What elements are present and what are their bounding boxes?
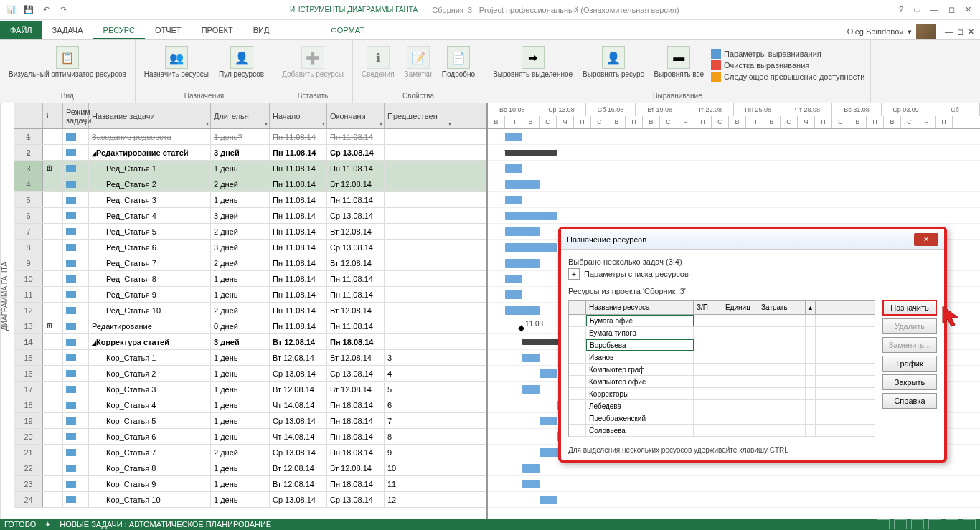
ribbon-tabs: ФАЙЛ ЗАДАЧА РЕСУРС ОТЧЕТ ПРОЕКТ ВИД ФОРМ… xyxy=(0,20,980,40)
table-row[interactable]: 18Кор_Статья 41 деньЧт 14.08.14Пн 18.08.… xyxy=(14,397,486,413)
ribbon-collapse-icon[interactable]: ▭ xyxy=(913,5,920,14)
resource-row[interactable]: Корректоры xyxy=(569,388,875,400)
restore-doc-icon[interactable]: ◻ xyxy=(957,27,963,37)
col-resource-name[interactable]: Название ресурса xyxy=(586,301,694,314)
col-mode[interactable]: Режим задачи▾ xyxy=(63,103,89,128)
table-row[interactable]: 24Кор_Статья 101 деньСр 13.08.14Ср 13.08… xyxy=(14,492,486,508)
table-row[interactable]: 5Ред_Статья 31 деньПн 11.08.14Пн 11.08.1… xyxy=(14,192,486,208)
user-account[interactable]: Oleg Spiridonov ▾ — ◻ ✕ xyxy=(842,24,980,39)
table-row[interactable]: 8Ред_Статья 63 днейПн 11.08.14Ср 13.08.1… xyxy=(14,240,486,255)
visual-optimizer-button[interactable]: 📋Визуальный оптимизатор ресурсов xyxy=(6,44,129,80)
table-row[interactable]: 12Ред_Статья 102 днейПн 11.08.14Вт 12.08… xyxy=(14,303,486,318)
col-predecessors[interactable]: Предшествен▾ xyxy=(385,103,453,128)
tab-view[interactable]: ВИД xyxy=(243,21,280,39)
resource-row[interactable]: Бумага типогр xyxy=(569,327,875,339)
status-ready: ГОТОВО xyxy=(4,520,36,529)
table-row[interactable]: 23Кор_Статья 91 деньВт 12.08.14Пн 18.08.… xyxy=(14,476,486,492)
tab-resource[interactable]: РЕСУРС xyxy=(93,21,145,39)
col-units[interactable]: Единиц xyxy=(722,301,758,314)
table-row[interactable]: 16Кор_Статья 21 деньСр 13.08.14Ср 13.08.… xyxy=(14,366,486,382)
resource-row[interactable]: Компьютер граф xyxy=(569,364,875,376)
table-row[interactable]: 20Кор_Статья 61 деньЧт 14.08.14Пн 18.08.… xyxy=(14,429,486,445)
col-duration[interactable]: Длительн▾ xyxy=(211,103,270,128)
chevron-down-icon: ▾ xyxy=(908,27,912,37)
table-row[interactable]: 9Ред_Статья 72 днейПн 11.08.14Вт 12.08.1… xyxy=(14,255,486,271)
table-row[interactable]: 19Кор_Статья 51 деньСр 13.08.14Пн 18.08.… xyxy=(14,413,486,429)
table-row[interactable]: 1Заседание редсовета1 день?Пн 11.08.14Пн… xyxy=(14,129,486,145)
table-row[interactable]: 10Ред_Статья 81 деньПн 11.08.14Пн 11.08.… xyxy=(14,271,486,287)
view-mode-1-icon[interactable] xyxy=(877,519,890,529)
zoom-in-icon[interactable] xyxy=(963,519,976,529)
table-row[interactable]: 22Кор_Статья 81 деньВт 12.08.14Вт 12.08.… xyxy=(14,460,486,476)
table-row[interactable]: 21Кор_Статья 72 днейСр 13.08.14Пн 18.08.… xyxy=(14,445,486,460)
view-mode-3-icon[interactable] xyxy=(911,519,924,529)
leveling-options-button[interactable]: Параметры выравнивания xyxy=(711,49,864,59)
table-row[interactable]: 3🗓Ред_Статья 11 деньПн 11.08.14Пн 11.08.… xyxy=(14,161,486,176)
col-start[interactable]: Начало▾ xyxy=(270,103,327,128)
next-overallocation-button[interactable]: Следующее превышение доступности xyxy=(711,72,864,82)
maximize-icon[interactable]: ◻ xyxy=(948,5,955,14)
tab-format[interactable]: ФОРМАТ xyxy=(321,21,374,39)
info-button[interactable]: ℹСведения xyxy=(359,44,397,80)
expand-params-button[interactable]: + xyxy=(568,268,580,280)
tab-task[interactable]: ЗАДАЧА xyxy=(42,21,93,39)
notes-button[interactable]: 📝Заметки xyxy=(402,44,435,80)
resource-grid[interactable]: Название ресурса З/П Единиц Затраты ▴ Бу… xyxy=(568,300,875,437)
redo-icon[interactable]: ↷ xyxy=(56,3,70,17)
close-button[interactable]: Закрыть xyxy=(882,374,937,390)
col-name[interactable]: Название задачи▾ xyxy=(89,103,211,128)
table-row[interactable]: 6Ред_Статья 43 днейПн 11.08.14Ср 13.08.1… xyxy=(14,208,486,224)
assign-resources-button[interactable]: 👥Назначить ресурсы xyxy=(141,44,212,80)
save-icon[interactable]: 💾 xyxy=(22,3,36,17)
scroll-up-icon[interactable]: ▴ xyxy=(806,301,816,314)
tab-file[interactable]: ФАЙЛ xyxy=(0,21,42,39)
minimize-icon[interactable]: — xyxy=(930,5,938,14)
view-mode-4-icon[interactable] xyxy=(928,519,941,529)
view-mode-2-icon[interactable] xyxy=(894,519,907,529)
clear-leveling-button[interactable]: Очистка выравнивания xyxy=(711,60,864,70)
col-finish[interactable]: Окончани▾ xyxy=(327,103,385,128)
resource-row[interactable]: Преображенский xyxy=(569,412,875,425)
resource-row[interactable]: Лебедева xyxy=(569,400,875,412)
col-rownum[interactable] xyxy=(14,103,43,128)
delete-button[interactable]: Удалить xyxy=(882,318,937,334)
table-row[interactable]: 4Ред_Статья 22 днейПн 11.08.14Вт 12.08.1… xyxy=(14,176,486,192)
status-bar: ГОТОВО ✦ НОВЫЕ ЗАДАЧИ : АВТОМАТИЧЕСКОЕ П… xyxy=(0,519,980,530)
resource-row[interactable]: Компьютер офис xyxy=(569,376,875,388)
zoom-out-icon[interactable] xyxy=(946,519,958,529)
resource-row[interactable]: Соловьева xyxy=(569,425,875,437)
resource-row[interactable]: Бумага офис xyxy=(569,315,875,327)
assign-resources-dialog: Назначение ресурсов ✕ Выбрано несколько … xyxy=(558,227,947,463)
help-button[interactable]: Справка xyxy=(882,393,937,409)
col-cost[interactable]: Затраты xyxy=(758,301,806,314)
resource-row[interactable]: Воробьева xyxy=(569,339,875,351)
table-row[interactable]: 17Кор_Статья 31 деньВт 12.08.14Вт 12.08.… xyxy=(14,382,486,397)
tab-report[interactable]: ОТЧЕТ xyxy=(145,21,192,39)
resource-pool-button[interactable]: 👤Пул ресурсов xyxy=(216,44,267,80)
minimize-doc-icon[interactable]: — xyxy=(945,27,953,36)
table-row[interactable]: 2Редактирование статей3 днейПн 11.08.14С… xyxy=(14,145,486,161)
table-row[interactable]: 15Кор_Статья 11 деньВт 12.08.14Вт 12.08.… xyxy=(14,350,486,366)
close-doc-icon[interactable]: ✕ xyxy=(968,27,974,37)
level-all-button[interactable]: ▬Выровнять все xyxy=(651,44,707,80)
replace-button[interactable]: Заменить... xyxy=(882,337,937,353)
table-row[interactable]: 11Ред_Статья 91 деньПн 11.08.14Пн 11.08.… xyxy=(14,287,486,303)
col-info[interactable]: ℹ xyxy=(43,103,63,128)
resource-row[interactable]: Иванов xyxy=(569,351,875,364)
undo-icon[interactable]: ↶ xyxy=(39,3,53,17)
graph-button[interactable]: График xyxy=(882,356,937,372)
help-icon[interactable]: ? xyxy=(899,5,903,14)
add-resources-button[interactable]: ➕Добавить ресурсы xyxy=(279,44,347,80)
table-row[interactable]: 13🗓Редактирование0 днейПн 11.08.14Пн 11.… xyxy=(14,318,486,334)
tab-project[interactable]: ПРОЕКТ xyxy=(192,21,243,39)
assign-button[interactable]: Назначить xyxy=(882,300,937,316)
close-icon[interactable]: ✕ xyxy=(965,5,971,14)
col-zp[interactable]: З/П xyxy=(694,301,722,314)
details-button[interactable]: 📄Подробно xyxy=(439,44,478,80)
table-row[interactable]: 7Ред_Статья 52 днейПн 11.08.14Вт 12.08.1… xyxy=(14,224,486,240)
level-selection-button[interactable]: ➡Выровнять выделенное xyxy=(490,44,575,80)
dialog-close-icon[interactable]: ✕ xyxy=(914,233,938,246)
level-resource-button[interactable]: 👤Выровнять ресурс xyxy=(580,44,646,80)
table-row[interactable]: 14Корректура статей3 днейВт 12.08.14Пн 1… xyxy=(14,334,486,350)
app-icon: 📊 xyxy=(4,3,19,17)
